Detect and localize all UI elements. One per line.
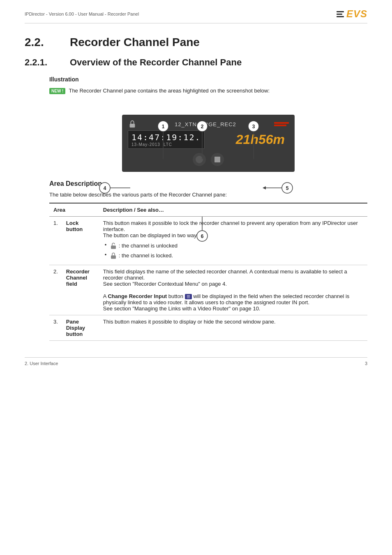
area-desc-2: This field displays the name of the sele… xyxy=(99,265,367,315)
stop-button-inner xyxy=(214,157,220,162)
unlocked-icon xyxy=(110,242,117,250)
area-label-1: Lock button xyxy=(62,217,99,265)
record-button-inner xyxy=(196,156,203,163)
recorder-top-row: 12_XTNewPGE_REC2 xyxy=(128,120,289,129)
channel-name: 12_XTNewPGE_REC2 xyxy=(175,121,236,127)
illustration-heading: Illustration xyxy=(49,76,367,83)
svg-rect-21 xyxy=(111,255,116,259)
area-num-2: 2. xyxy=(49,265,62,315)
red-bars xyxy=(274,122,289,126)
stop-button[interactable] xyxy=(211,153,224,166)
area-desc-intro: The table below describes the various pa… xyxy=(49,192,367,198)
red-bar-2 xyxy=(274,125,286,126)
timecode-block: 14:47:19:12. 13-May-2013 LTC xyxy=(128,130,205,149)
footer-right: 3 xyxy=(365,361,367,366)
timecode-sub: 13-May-2013 LTC xyxy=(131,142,201,147)
area-num-1: 1. xyxy=(49,217,62,265)
section-2-2-heading: 2.2.Recorder Channel Pane xyxy=(25,36,367,49)
ltc-label: LTC xyxy=(164,142,172,147)
logo-line-1 xyxy=(337,11,344,12)
logo-text: EVS xyxy=(346,8,367,20)
recorder-controls xyxy=(128,153,289,166)
duration-text: 21h56m xyxy=(236,132,285,147)
area-label-2: Recorder Channel field xyxy=(62,265,99,315)
recorder-panel-inner: 12_XTNewPGE_REC2 14:47:19:12. 13-May-201… xyxy=(122,115,295,172)
section-2-2-1-heading: 2.2.1.Overview of the Recorder Channel P… xyxy=(25,57,367,68)
red-bar-1 xyxy=(274,122,289,124)
area-num-3: 3. xyxy=(49,315,62,341)
area-label-3: Pane Display button xyxy=(62,315,99,341)
recorder-mid: 14:47:19:12. 13-May-2013 LTC 21h56m xyxy=(128,130,289,149)
header-title: IPDirector - Version 6.00 - User Manual … xyxy=(25,12,139,16)
footer: 2. User Interface 3 xyxy=(25,357,367,366)
col-area: Area xyxy=(49,203,99,217)
bullet-item: : the channel is unlocked xyxy=(103,242,363,250)
record-button[interactable] xyxy=(193,153,206,166)
change-recorder-btn-icon: ☰ xyxy=(185,294,192,299)
svg-rect-19 xyxy=(130,124,135,127)
bullet-item: : the channel is locked. xyxy=(103,252,363,260)
footer-left: 2. User Interface xyxy=(25,361,58,366)
date-label: 13-May-2013 xyxy=(131,142,160,147)
table-row: 3. Pane Display button This button makes… xyxy=(49,315,367,341)
col-description: Description / See also… xyxy=(99,203,367,217)
logo-line-2 xyxy=(337,14,342,15)
area-table: Area Description / See also… 1. Lock but… xyxy=(49,203,367,341)
page: IPDirector - Version 6.00 - User Manual … xyxy=(0,0,392,382)
area-desc-heading: Area Description xyxy=(49,180,367,187)
logo-lines-icon xyxy=(337,11,344,17)
bullet-list-1: : the channel is unlocked : the channel … xyxy=(103,242,363,260)
svg-rect-20 xyxy=(111,245,116,249)
logo-line-3 xyxy=(337,16,344,17)
area-desc-3: This button makes it possible to display… xyxy=(99,315,367,341)
header: IPDirector - Version 6.00 - User Manual … xyxy=(25,8,367,23)
locked-icon xyxy=(110,252,117,260)
diagram-container: 1 2 3 4 5 6 xyxy=(77,115,315,172)
new-badge: NEW ! xyxy=(49,88,65,94)
table-row: 1. Lock button This button makes it poss… xyxy=(49,217,367,265)
logo: EVS xyxy=(337,8,367,20)
lock-icon xyxy=(128,120,137,129)
timecode-main: 14:47:19:12. xyxy=(131,132,201,142)
area-desc-1: This button makes it possible to lock th… xyxy=(99,217,367,265)
lock-icon-area xyxy=(128,120,137,129)
table-row: 2. Recorder Channel field This field dis… xyxy=(49,265,367,315)
recorder-panel: 12_XTNewPGE_REC2 14:47:19:12. 13-May-201… xyxy=(122,115,270,172)
new-text-intro: NEW !The Recorder Channel pane contains … xyxy=(49,88,367,94)
